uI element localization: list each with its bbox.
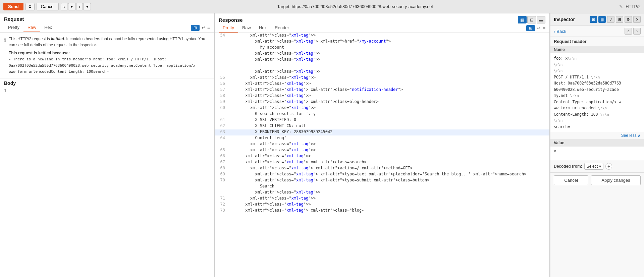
inspector-view-btn-2[interactable]: ▦ [598,16,606,23]
line-number: 64 [215,135,228,142]
tab-raw[interactable]: Raw [23,23,40,32]
line-number: 72 [215,202,228,208]
cancel-changes-btn[interactable]: Cancel [554,175,588,185]
resp-menu-icon[interactable]: ≡ [543,25,545,31]
edit-icon[interactable]: ✎ [619,4,623,9]
apply-changes-btn[interactable]: Apply changes [591,175,641,185]
line-number: 60 [215,105,228,111]
settings-button[interactable]: ⚙ [25,3,35,10]
line-number: 62 [215,123,228,129]
line-code: 0 search results for ': y [228,111,316,117]
name-content-line: my.net \r\n [554,93,579,98]
name-label: Name [550,46,644,53]
line-number [215,184,228,190]
code-line: 66 xml-attr">class="xml-tag">> [215,154,549,160]
line-code: xml-attr">class="xml-tag"> xml-attr">typ… [228,178,429,184]
line-code: xml-attr">class="xml-tag">> [228,154,311,160]
wrap-icon[interactable]: ↵ [202,25,205,30]
line-number: 59 [215,99,228,105]
nav-next-dropdown[interactable]: ▾ [84,3,91,10]
back-arrow-icon: ‹ [554,29,555,34]
line-number [215,142,228,148]
code-line: 55 xml-attr">class="xml-tag">> [215,75,549,81]
view-split-btn[interactable]: ⊟ [527,16,536,23]
add-encoding-btn[interactable]: + [605,163,612,170]
value-content[interactable]: y [550,147,644,160]
tab-hex[interactable]: Hex [40,23,56,32]
chevron-right-icon: › [79,4,80,9]
line-number: 57 [215,87,228,93]
line-number [215,57,228,63]
inspector-expand-btn[interactable]: ⤢ [607,16,614,23]
code-line: 73 xml-attr">class="xml-tag"> xml-attr">… [215,208,549,214]
inspector-icon-btn[interactable]: ⊞ [191,25,200,31]
back-label: Back [556,29,566,34]
top-right: ✎ HTTP/2 [619,4,641,9]
resp-inspector-btn[interactable]: ⊞ [526,25,535,31]
name-content-line: ww-form-urlencoded \r\n [554,106,607,110]
line-code: Search [228,184,274,190]
line-code: xml-attr">class="xml-tag">> [228,202,311,208]
code-line: 72 xml-attr">class="xml-tag">> [215,202,549,208]
line-number [215,51,228,57]
send-button[interactable]: Send [3,3,23,10]
resp-tab-actions: ⊞ ↵ ≡ [526,25,545,31]
insp-nav-prev[interactable]: ‹ [625,28,632,35]
name-content[interactable]: foo: x\r\n \r\n \r\nPOST / HTTP/1.1 \r\n… [550,53,644,132]
resp-tab-hex[interactable]: Hex [255,23,271,33]
tab-pretty[interactable]: Pretty [4,23,23,32]
chevron-down-icon-3: ▾ [599,164,601,169]
line-code: xml-attr">class="xml-tag"> xml-attr">cla… [228,87,403,93]
inspector-split-btn[interactable]: ⊟ [616,16,623,23]
insp-nav-next[interactable]: › [633,28,641,35]
line-code: xml-attr">class="xml-tag">> [228,81,311,87]
menu-icon[interactable]: ≡ [207,25,210,31]
line-code: xml-attr">class="xml-tag">> [228,57,320,63]
nav-prev-button[interactable]: ‹ [61,3,67,10]
resp-tab-raw[interactable]: Raw [238,23,255,33]
chevron-down-icon: ▾ [71,4,73,9]
line-code: xml-attr">class="xml-tag"> xml-attr">cla… [228,160,367,166]
line-number [215,190,228,196]
nav-next-button[interactable]: › [76,3,83,10]
resp-wrap-icon[interactable]: ↵ [537,25,541,31]
line-code: Content-Leng' [228,135,286,142]
chevron-left-icon: ‹ [63,4,65,9]
line-code: xml-attr">class="xml-tag">> [228,93,311,99]
decoded-row: Decoded from: Select ▾ + [550,160,644,172]
main-layout: Request Pretty Raw Hex ⊞ ↵ ≡ ℹ This HTTP… [0,13,644,277]
code-area[interactable]: 54 xml-attr">class="xml-tag">> xml-attr"… [215,33,549,277]
line-code: xml-attr">class="xml-tag"> xml-attr">cla… [228,208,364,214]
view-full-btn[interactable]: ▬ [537,16,545,23]
line-code: My account [228,45,284,51]
name-content-line: \r\n [554,118,563,123]
code-line: 70 xml-attr">class="xml-tag"> xml-attr">… [215,178,549,184]
inspector-close-btn[interactable]: ✕ [633,16,641,23]
line-code: xml-attr">class="xml-tag">> [228,148,316,154]
inspector-panel: Inspector ⊞ ▦ ⤢ ⊟ ⚙ ✕ ‹ Back ‹ › Request… [550,13,644,277]
line-code: xml-attr">class="xml-tag"> xml-attr">act… [228,166,413,172]
view-grid-btn[interactable]: ▦ [518,16,527,23]
code-line: Search [215,184,549,190]
cancel-button[interactable]: Cancel [37,3,59,10]
code-line: xml-attr">class="xml-tag">> [215,57,549,63]
code-line: xml-attr">class="xml-tag">> [215,51,549,57]
see-less-btn[interactable]: See less ∧ [550,132,644,139]
resp-tab-pretty[interactable]: Pretty [219,23,238,33]
nav-prev-dropdown[interactable]: ▾ [68,3,75,10]
code-line: xml-attr">class="xml-tag"> xml-attr">hre… [215,39,549,45]
line-code: xml-attr">class="xml-tag">> [228,190,320,196]
inspector-settings-btn[interactable]: ⚙ [625,16,632,23]
resp-tab-render[interactable]: Render [271,23,293,33]
name-content-line: Host: 0aa7002f03e52da580d7763 [554,81,621,86]
back-button[interactable]: ‹ Back [554,29,566,34]
code-line: xml-attr">class="xml-tag">> [215,69,549,75]
line-code: xml-attr">class="xml-tag">> [228,75,316,81]
code-line: 61 X-SSL-VERIFIED: 0 [215,117,549,123]
request-header-label: Request header [550,37,644,46]
inspector-view-btn-1[interactable]: ⊞ [590,16,597,23]
decoded-select[interactable]: Select ▾ [584,163,603,170]
request-tabs-row: Pretty Raw Hex ⊞ ↵ ≡ [0,23,214,33]
line-number: 66 [215,154,228,160]
body-content: 1 [0,87,214,277]
